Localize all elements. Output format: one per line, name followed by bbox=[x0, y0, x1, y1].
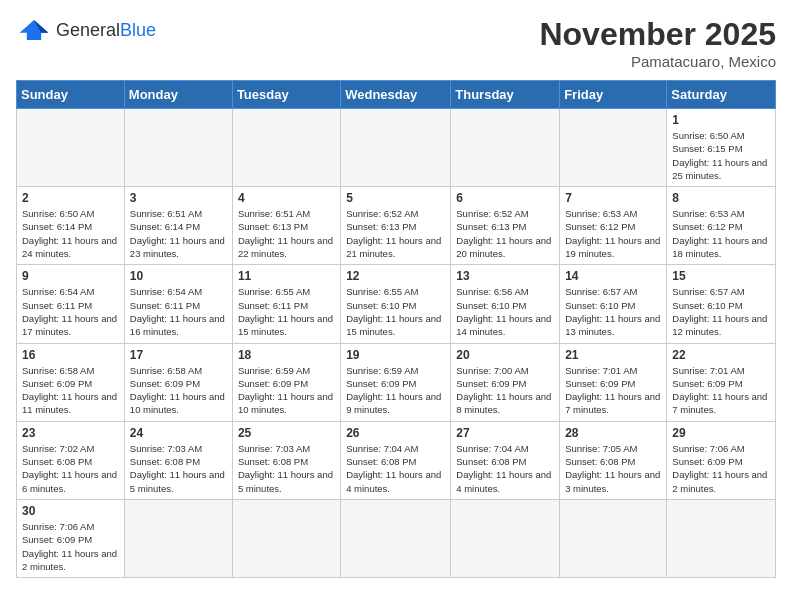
day-info: Sunrise: 6:57 AMSunset: 6:10 PMDaylight:… bbox=[672, 285, 770, 338]
calendar-week-1: 1Sunrise: 6:50 AMSunset: 6:15 PMDaylight… bbox=[17, 109, 776, 187]
day-info: Sunrise: 6:53 AMSunset: 6:12 PMDaylight:… bbox=[565, 207, 661, 260]
day-number: 11 bbox=[238, 269, 335, 283]
day-info: Sunrise: 6:58 AMSunset: 6:09 PMDaylight:… bbox=[130, 364, 227, 417]
day-info: Sunrise: 7:05 AMSunset: 6:08 PMDaylight:… bbox=[565, 442, 661, 495]
calendar-cell: 29Sunrise: 7:06 AMSunset: 6:09 PMDayligh… bbox=[667, 421, 776, 499]
day-info: Sunrise: 6:52 AMSunset: 6:13 PMDaylight:… bbox=[346, 207, 445, 260]
day-info: Sunrise: 7:01 AMSunset: 6:09 PMDaylight:… bbox=[672, 364, 770, 417]
day-info: Sunrise: 7:01 AMSunset: 6:09 PMDaylight:… bbox=[565, 364, 661, 417]
day-number: 17 bbox=[130, 348, 227, 362]
calendar-cell: 17Sunrise: 6:58 AMSunset: 6:09 PMDayligh… bbox=[124, 343, 232, 421]
logo-text: GeneralBlue bbox=[56, 21, 156, 39]
logo: GeneralBlue bbox=[16, 16, 156, 44]
day-number: 12 bbox=[346, 269, 445, 283]
calendar-cell: 19Sunrise: 6:59 AMSunset: 6:09 PMDayligh… bbox=[341, 343, 451, 421]
day-number: 27 bbox=[456, 426, 554, 440]
day-info: Sunrise: 6:54 AMSunset: 6:11 PMDaylight:… bbox=[22, 285, 119, 338]
day-number: 13 bbox=[456, 269, 554, 283]
day-number: 29 bbox=[672, 426, 770, 440]
calendar-cell bbox=[341, 109, 451, 187]
calendar-week-4: 16Sunrise: 6:58 AMSunset: 6:09 PMDayligh… bbox=[17, 343, 776, 421]
day-info: Sunrise: 7:06 AMSunset: 6:09 PMDaylight:… bbox=[672, 442, 770, 495]
calendar-cell bbox=[560, 499, 667, 577]
day-info: Sunrise: 6:55 AMSunset: 6:11 PMDaylight:… bbox=[238, 285, 335, 338]
day-number: 25 bbox=[238, 426, 335, 440]
calendar-cell: 16Sunrise: 6:58 AMSunset: 6:09 PMDayligh… bbox=[17, 343, 125, 421]
day-info: Sunrise: 7:04 AMSunset: 6:08 PMDaylight:… bbox=[346, 442, 445, 495]
day-number: 19 bbox=[346, 348, 445, 362]
day-number: 4 bbox=[238, 191, 335, 205]
calendar-cell: 24Sunrise: 7:03 AMSunset: 6:08 PMDayligh… bbox=[124, 421, 232, 499]
day-number: 20 bbox=[456, 348, 554, 362]
day-number: 10 bbox=[130, 269, 227, 283]
calendar-cell: 18Sunrise: 6:59 AMSunset: 6:09 PMDayligh… bbox=[232, 343, 340, 421]
calendar-cell: 12Sunrise: 6:55 AMSunset: 6:10 PMDayligh… bbox=[341, 265, 451, 343]
calendar-cell bbox=[232, 109, 340, 187]
day-info: Sunrise: 7:03 AMSunset: 6:08 PMDaylight:… bbox=[130, 442, 227, 495]
title-block: November 2025 Pamatacuaro, Mexico bbox=[539, 16, 776, 70]
calendar-cell: 11Sunrise: 6:55 AMSunset: 6:11 PMDayligh… bbox=[232, 265, 340, 343]
calendar-week-6: 30Sunrise: 7:06 AMSunset: 6:09 PMDayligh… bbox=[17, 499, 776, 577]
calendar-cell: 22Sunrise: 7:01 AMSunset: 6:09 PMDayligh… bbox=[667, 343, 776, 421]
calendar-cell: 15Sunrise: 6:57 AMSunset: 6:10 PMDayligh… bbox=[667, 265, 776, 343]
calendar-cell: 26Sunrise: 7:04 AMSunset: 6:08 PMDayligh… bbox=[341, 421, 451, 499]
day-number: 28 bbox=[565, 426, 661, 440]
day-header-wednesday: Wednesday bbox=[341, 81, 451, 109]
day-info: Sunrise: 6:55 AMSunset: 6:10 PMDaylight:… bbox=[346, 285, 445, 338]
calendar-subtitle: Pamatacuaro, Mexico bbox=[539, 53, 776, 70]
calendar-cell: 13Sunrise: 6:56 AMSunset: 6:10 PMDayligh… bbox=[451, 265, 560, 343]
day-info: Sunrise: 6:51 AMSunset: 6:13 PMDaylight:… bbox=[238, 207, 335, 260]
calendar-cell bbox=[232, 499, 340, 577]
calendar-header-row: SundayMondayTuesdayWednesdayThursdayFrid… bbox=[17, 81, 776, 109]
day-number: 3 bbox=[130, 191, 227, 205]
calendar-week-5: 23Sunrise: 7:02 AMSunset: 6:08 PMDayligh… bbox=[17, 421, 776, 499]
day-number: 9 bbox=[22, 269, 119, 283]
day-header-tuesday: Tuesday bbox=[232, 81, 340, 109]
calendar-cell bbox=[451, 499, 560, 577]
day-info: Sunrise: 6:53 AMSunset: 6:12 PMDaylight:… bbox=[672, 207, 770, 260]
day-number: 15 bbox=[672, 269, 770, 283]
calendar-table: SundayMondayTuesdayWednesdayThursdayFrid… bbox=[16, 80, 776, 578]
calendar-cell: 10Sunrise: 6:54 AMSunset: 6:11 PMDayligh… bbox=[124, 265, 232, 343]
day-info: Sunrise: 6:59 AMSunset: 6:09 PMDaylight:… bbox=[238, 364, 335, 417]
day-info: Sunrise: 7:06 AMSunset: 6:09 PMDaylight:… bbox=[22, 520, 119, 573]
day-info: Sunrise: 7:03 AMSunset: 6:08 PMDaylight:… bbox=[238, 442, 335, 495]
calendar-cell: 3Sunrise: 6:51 AMSunset: 6:14 PMDaylight… bbox=[124, 187, 232, 265]
page-header: GeneralBlue November 2025 Pamatacuaro, M… bbox=[16, 16, 776, 70]
calendar-cell: 28Sunrise: 7:05 AMSunset: 6:08 PMDayligh… bbox=[560, 421, 667, 499]
day-info: Sunrise: 6:54 AMSunset: 6:11 PMDaylight:… bbox=[130, 285, 227, 338]
day-info: Sunrise: 6:56 AMSunset: 6:10 PMDaylight:… bbox=[456, 285, 554, 338]
calendar-cell: 9Sunrise: 6:54 AMSunset: 6:11 PMDaylight… bbox=[17, 265, 125, 343]
calendar-cell: 25Sunrise: 7:03 AMSunset: 6:08 PMDayligh… bbox=[232, 421, 340, 499]
day-info: Sunrise: 6:52 AMSunset: 6:13 PMDaylight:… bbox=[456, 207, 554, 260]
day-info: Sunrise: 6:50 AMSunset: 6:14 PMDaylight:… bbox=[22, 207, 119, 260]
day-number: 5 bbox=[346, 191, 445, 205]
calendar-title: November 2025 bbox=[539, 16, 776, 53]
calendar-cell bbox=[341, 499, 451, 577]
day-number: 1 bbox=[672, 113, 770, 127]
day-number: 23 bbox=[22, 426, 119, 440]
day-header-monday: Monday bbox=[124, 81, 232, 109]
day-number: 8 bbox=[672, 191, 770, 205]
calendar-cell bbox=[560, 109, 667, 187]
day-number: 21 bbox=[565, 348, 661, 362]
calendar-cell: 6Sunrise: 6:52 AMSunset: 6:13 PMDaylight… bbox=[451, 187, 560, 265]
day-number: 14 bbox=[565, 269, 661, 283]
calendar-cell: 8Sunrise: 6:53 AMSunset: 6:12 PMDaylight… bbox=[667, 187, 776, 265]
day-info: Sunrise: 7:04 AMSunset: 6:08 PMDaylight:… bbox=[456, 442, 554, 495]
calendar-cell: 27Sunrise: 7:04 AMSunset: 6:08 PMDayligh… bbox=[451, 421, 560, 499]
day-header-friday: Friday bbox=[560, 81, 667, 109]
calendar-cell bbox=[17, 109, 125, 187]
day-number: 18 bbox=[238, 348, 335, 362]
day-info: Sunrise: 7:02 AMSunset: 6:08 PMDaylight:… bbox=[22, 442, 119, 495]
calendar-cell: 20Sunrise: 7:00 AMSunset: 6:09 PMDayligh… bbox=[451, 343, 560, 421]
calendar-cell bbox=[451, 109, 560, 187]
logo-icon bbox=[16, 16, 52, 44]
day-info: Sunrise: 6:51 AMSunset: 6:14 PMDaylight:… bbox=[130, 207, 227, 260]
day-info: Sunrise: 6:57 AMSunset: 6:10 PMDaylight:… bbox=[565, 285, 661, 338]
calendar-cell: 1Sunrise: 6:50 AMSunset: 6:15 PMDaylight… bbox=[667, 109, 776, 187]
calendar-cell: 30Sunrise: 7:06 AMSunset: 6:09 PMDayligh… bbox=[17, 499, 125, 577]
calendar-cell: 7Sunrise: 6:53 AMSunset: 6:12 PMDaylight… bbox=[560, 187, 667, 265]
day-number: 22 bbox=[672, 348, 770, 362]
day-number: 16 bbox=[22, 348, 119, 362]
